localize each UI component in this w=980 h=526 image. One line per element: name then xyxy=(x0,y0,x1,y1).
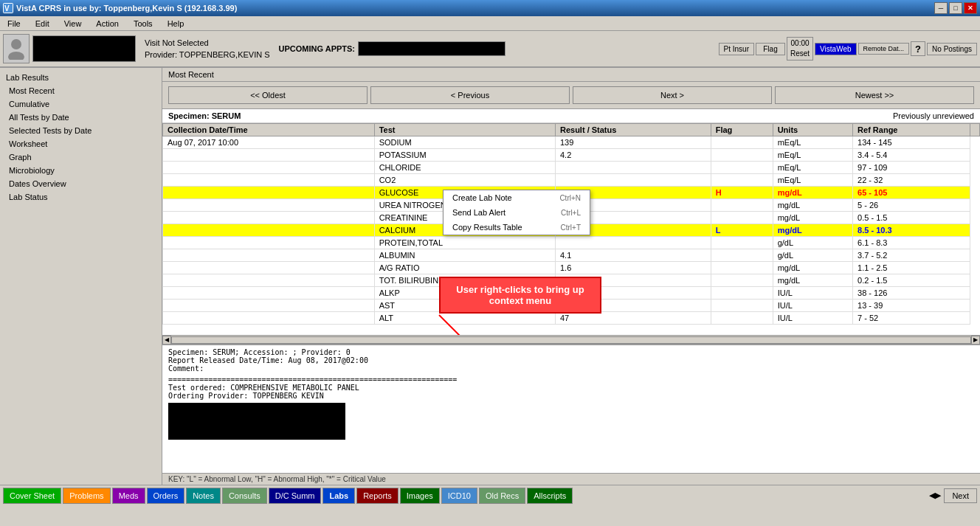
cell-test: A/G RATIO xyxy=(374,262,555,274)
menu-help[interactable]: Help xyxy=(163,18,189,29)
table-row[interactable]: A/G RATIO1.6mg/dL1.1 - 2.5 xyxy=(163,262,980,274)
no-postings-button[interactable]: No Postings xyxy=(927,43,977,55)
cell-date xyxy=(163,149,375,162)
col-test: Test xyxy=(374,124,555,136)
close-button[interactable]: ✕ xyxy=(964,2,977,14)
patient-name-box xyxy=(32,35,136,62)
cell-ref-range: 3.7 - 5.2 xyxy=(853,249,970,262)
avatar xyxy=(3,34,30,63)
cell-ref-range: 7 - 52 xyxy=(853,312,970,325)
sidebar-item-lab-status[interactable]: Lab Status xyxy=(0,190,162,204)
cell-ref-range: 0.5 - 1.5 xyxy=(853,212,970,224)
tab-meds[interactable]: Meds xyxy=(112,488,145,504)
cell-date xyxy=(163,249,375,262)
cell-result: 1.6 xyxy=(555,262,711,274)
table-row[interactable]: ALBUMIN4.1g/dL3.7 - 5.2 xyxy=(163,249,980,262)
cell-test: CHLORIDE xyxy=(374,162,555,174)
cell-ref-range: 97 - 109 xyxy=(853,162,970,174)
scroll-track[interactable] xyxy=(171,336,971,344)
callout-right-click: User right-clicks to bring up context me… xyxy=(439,277,601,314)
scroll-right-button[interactable]: ▶ xyxy=(971,336,980,345)
col-units: Units xyxy=(773,124,852,136)
sidebar-item-selected-tests-by-date[interactable]: Selected Tests by Date xyxy=(0,124,162,137)
tab-icd10[interactable]: ICD10 xyxy=(441,488,477,504)
context-menu-item-send-lab-alert[interactable]: Send Lab Alert Ctrl+L xyxy=(444,205,590,220)
tab-problems[interactable]: Problems xyxy=(63,488,110,504)
vistaweb-button[interactable]: VistaWeb xyxy=(815,43,856,55)
sidebar-item-most-recent[interactable]: Most Recent xyxy=(0,84,162,97)
horizontal-scrollbar[interactable]: ◀ ▶ xyxy=(162,335,980,344)
tab-notes[interactable]: Notes xyxy=(186,488,221,504)
previous-button[interactable]: < Previous xyxy=(370,86,570,104)
table-row[interactable]: PROTEIN,TOTALg/dL6.1 - 8.3 xyxy=(163,237,980,249)
sidebar-item-worksheet[interactable]: Worksheet xyxy=(0,137,162,150)
minimize-button[interactable]: ─ xyxy=(934,2,948,14)
bottom-next-button[interactable]: Next xyxy=(944,488,977,503)
table-row[interactable]: CHLORIDEmEq/L97 - 109 xyxy=(163,162,980,174)
menu-view[interactable]: View xyxy=(60,18,86,29)
detail-line2: Report Released Date/Time: Aug 08, 2017@… xyxy=(168,356,974,364)
sidebar-item-graph[interactable]: Graph xyxy=(0,150,162,164)
table-row[interactable]: POTASSIUM4.2mEq/L3.4 - 5.4 xyxy=(163,149,980,162)
newest-button[interactable]: Newest >> xyxy=(775,86,974,104)
context-menu-item-copy-results[interactable]: Copy Results Table Ctrl+T xyxy=(444,220,590,235)
tab-images[interactable]: Images xyxy=(400,488,440,504)
tab-old-recs[interactable]: Old Recs xyxy=(479,488,525,504)
scroll-left-button[interactable]: ◀ xyxy=(162,336,171,345)
tab-cover-sheet[interactable]: Cover Sheet xyxy=(3,488,61,504)
cell-result: 4.1 xyxy=(555,249,711,262)
menu-tools[interactable]: Tools xyxy=(129,18,157,29)
flag-button[interactable]: Flag xyxy=(756,43,785,55)
cell-date xyxy=(163,187,375,199)
cell-flag xyxy=(711,174,773,187)
sidebar-item-all-tests-by-date[interactable]: All Tests by Date xyxy=(0,111,162,124)
sidebar-item-microbiology[interactable]: Microbiology xyxy=(0,164,162,177)
maximize-button[interactable]: □ xyxy=(949,2,962,14)
cell-units: IU/L xyxy=(773,287,852,300)
app-icon: V xyxy=(3,3,13,13)
next-button[interactable]: Next > xyxy=(573,86,772,104)
cell-units: IU/L xyxy=(773,312,852,325)
cell-flag xyxy=(711,312,773,325)
menu-edit[interactable]: Edit xyxy=(31,18,54,29)
tab-consults[interactable]: Consults xyxy=(222,488,267,504)
cell-flag: L xyxy=(711,224,773,237)
help-button[interactable]: ? xyxy=(911,41,925,56)
cell-units: mg/dL xyxy=(773,262,852,274)
tab-dc-summ[interactable]: D/C Summ xyxy=(269,488,322,504)
tab-orders[interactable]: Orders xyxy=(147,488,185,504)
cell-date xyxy=(163,162,375,174)
cell-units: g/dL xyxy=(773,249,852,262)
menu-file[interactable]: File xyxy=(3,18,25,29)
lab-table-container[interactable]: Collection Date/Time Test Result / Statu… xyxy=(162,123,980,335)
pt-insur-button[interactable]: Pt Insur xyxy=(719,43,754,55)
detail-separator: ========================================… xyxy=(168,376,974,384)
sidebar-item-cumulative[interactable]: Cumulative xyxy=(0,97,162,111)
table-row[interactable]: Aug 07, 2017 10:00SODIUM139mEq/L134 - 14… xyxy=(163,136,980,149)
cell-ref-range: 6.1 - 8.3 xyxy=(853,237,970,249)
menu-action[interactable]: Action xyxy=(92,18,123,29)
sidebar-item-dates-overview[interactable]: Dates Overview xyxy=(0,177,162,190)
oldest-button[interactable]: << Oldest xyxy=(168,86,368,104)
cell-flag xyxy=(711,262,773,274)
visit-label: Visit Not Selected xyxy=(145,37,270,49)
detail-line1: Specimen: SERUM; Accession: ; Provider: … xyxy=(168,348,974,356)
col-scroll xyxy=(970,124,980,136)
context-menu-item-create-lab-note[interactable]: Create Lab Note Ctrl+N xyxy=(444,190,590,205)
cell-flag xyxy=(711,199,773,212)
key-text: KEY: "L" = Abnormal Low, "H" = Abnormal … xyxy=(168,475,386,483)
cell-test: POTASSIUM xyxy=(374,149,555,162)
bottom-tab-bar: Cover Sheet Problems Meds Orders Notes C… xyxy=(0,485,980,505)
table-row[interactable]: ALT47IU/L7 - 52 xyxy=(163,312,980,325)
detail-area[interactable]: Specimen: SERUM; Accession: ; Provider: … xyxy=(162,344,980,473)
cell-date xyxy=(163,287,375,300)
cell-units: mg/dL xyxy=(773,274,852,287)
header-right: Pt Insur Flag 00:00 Reset VistaWeb Remot… xyxy=(719,37,977,60)
specimen-status: Previously unreviewed xyxy=(893,111,974,120)
tab-reports[interactable]: Reports xyxy=(356,488,398,504)
tab-allscripts[interactable]: Allscripts xyxy=(527,488,573,504)
tab-labs[interactable]: Labs xyxy=(322,488,355,504)
table-row[interactable]: CO2mEq/L22 - 32 xyxy=(163,174,980,187)
sidebar: Lab Results Most Recent Cumulative All T… xyxy=(0,68,162,485)
remote-dat-button[interactable]: Remote Dat... xyxy=(858,43,910,55)
